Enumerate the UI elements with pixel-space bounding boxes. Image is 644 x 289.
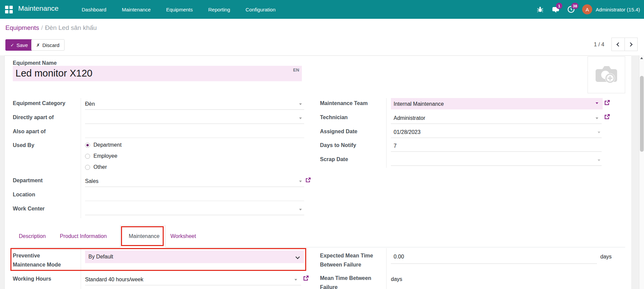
apps-menu-icon[interactable] [5, 6, 13, 13]
top-navbar: Maintenance Dashboard Maintenance Equipm… [0, 0, 644, 19]
tab-right-group-divider [386, 248, 387, 289]
select-chevron-down-icon [295, 255, 300, 259]
technician-value[interactable]: Administrator [394, 115, 425, 122]
menu-reporting[interactable]: Reporting [208, 7, 230, 12]
directly-apart-label: Directly apart of [13, 113, 54, 122]
pager-counter: 1 / 4 [585, 42, 604, 48]
used-by-option-department[interactable]: Department [85, 142, 122, 148]
messages-menu[interactable]: 1 [551, 5, 560, 14]
equipment-category-label: Equipment Category [13, 99, 65, 108]
debug-bug-icon[interactable] [536, 5, 545, 14]
used-by-option-employee[interactable]: Employee [85, 153, 117, 159]
work-center-dropdown-icon[interactable] [299, 209, 302, 210]
pager-next-button[interactable] [625, 38, 638, 51]
field-underline [391, 151, 602, 152]
working-hours-external-link-icon[interactable] [303, 275, 309, 282]
field-underline [85, 215, 304, 215]
days-to-notify-value[interactable]: 7 [394, 143, 397, 149]
expected-mtbf-unit: days [600, 253, 612, 260]
maintenance-team-value[interactable]: Internal Maintenance [394, 101, 444, 107]
left-group-divider [81, 98, 81, 218]
tab-description[interactable]: Description [19, 233, 46, 239]
radio-unselected-icon[interactable] [85, 154, 90, 159]
menu-maintenance[interactable]: Maintenance [122, 7, 151, 12]
save-button-label: Save [16, 42, 28, 48]
odoo-maintenance-app: Maintenance Dashboard Maintenance Equipm… [0, 0, 644, 289]
discard-button[interactable]: ✗ Discard [31, 39, 65, 51]
department-label: Department [13, 176, 43, 185]
department-value[interactable]: Sales [85, 178, 98, 185]
radio-unselected-icon[interactable] [85, 165, 90, 170]
used-by-option-other[interactable]: Other [85, 164, 107, 171]
radio-selected-icon[interactable] [85, 143, 90, 148]
discard-button-label: Discard [42, 42, 59, 48]
technician-label: Technician [320, 113, 348, 122]
field-underline [85, 109, 304, 110]
assigned-date-label: Assigned Date [320, 127, 357, 136]
menu-configuration[interactable]: Configuration [246, 7, 276, 12]
tabbar-bottom-border [11, 247, 625, 247]
field-underline [391, 124, 602, 124]
maintenance-team-external-link-icon[interactable] [604, 100, 610, 107]
directly-apart-dropdown-icon[interactable] [299, 117, 302, 119]
mtbf-unit: days [391, 276, 402, 283]
scrap-date-label: Scrap Date [320, 155, 348, 164]
also-apart-label: Also apart of [13, 127, 46, 136]
assigned-date-value[interactable]: 01/28/2023 [394, 129, 420, 136]
bug-icon [537, 6, 544, 13]
maintenance-team-dropdown-icon[interactable] [596, 102, 598, 104]
scrap-date-dropdown-icon[interactable] [598, 159, 600, 161]
work-center-label: Work Center [13, 204, 45, 213]
breadcrumb: Equipments/Đèn Led sân khấu [5, 24, 97, 32]
tab-worksheet[interactable]: Worksheet [170, 233, 196, 239]
working-hours-dropdown-icon[interactable] [294, 279, 297, 281]
close-icon: ✗ [36, 43, 40, 48]
app-title[interactable]: Maintenance [18, 4, 58, 12]
expected-mtbf-value[interactable]: 0.00 [394, 253, 404, 260]
field-underline [85, 201, 304, 201]
equipment-image-placeholder[interactable] [588, 56, 625, 93]
department-dropdown-icon[interactable] [299, 181, 302, 182]
menu-equipments[interactable]: Equipments [166, 7, 193, 12]
scrollbar-up-arrow-icon[interactable] [640, 57, 643, 59]
equipment-name-value[interactable]: Led monitor X120 [15, 68, 92, 79]
location-label: Location [13, 190, 35, 199]
pager-previous-button[interactable] [612, 38, 625, 51]
tab-maintenance[interactable]: Maintenance [129, 233, 160, 239]
working-hours-value[interactable]: Standard 40 hours/week [85, 276, 143, 283]
menu-dashboard[interactable]: Dashboard [82, 7, 106, 12]
tab-left-group-divider [81, 248, 81, 289]
camera-add-icon [594, 64, 619, 85]
activities-menu[interactable]: 38 [567, 5, 575, 14]
technician-dropdown-icon[interactable] [596, 117, 598, 119]
preventive-mode-label: Preventive Maintenance Mode [13, 251, 72, 269]
activities-count-badge: 38 [571, 3, 578, 9]
technician-external-link-icon[interactable] [604, 114, 610, 121]
user-menu[interactable]: A Administrator (15.4) [582, 4, 640, 14]
field-underline [85, 124, 304, 124]
breadcrumb-parent-link[interactable]: Equipments [5, 24, 39, 31]
messages-count-badge: 1 [556, 3, 562, 9]
equipment-category-dropdown-icon[interactable] [299, 103, 302, 105]
field-underline [391, 138, 602, 138]
days-to-notify-label: Days to Notify [320, 141, 356, 150]
radio-label: Employee [93, 153, 117, 159]
user-name: Administrator (15.4) [596, 7, 640, 12]
tab-product-information[interactable]: Product Information [60, 233, 107, 239]
translation-lang-badge[interactable]: EN [293, 67, 299, 73]
mtbf-label: Mean Time Between Failure [320, 274, 384, 289]
save-button[interactable]: ✓ Save [5, 39, 33, 51]
scrollbar-thumb[interactable] [640, 76, 644, 152]
assigned-date-dropdown-icon[interactable] [598, 132, 600, 133]
chevron-left-icon [616, 42, 621, 47]
check-icon: ✓ [10, 43, 14, 48]
right-group-divider [386, 98, 387, 168]
equipment-category-value[interactable]: Đèn [85, 101, 95, 107]
department-external-link-icon[interactable] [306, 177, 311, 184]
field-underline [85, 187, 304, 187]
record-pager [611, 38, 638, 51]
radio-label: Other [93, 164, 107, 171]
main-menu: Dashboard Maintenance Equipments Reporti… [82, 0, 276, 19]
preventive-mode-select[interactable]: By Default [85, 250, 304, 263]
expected-mtbf-label: Expected Mean Time Between Failure [320, 251, 384, 269]
